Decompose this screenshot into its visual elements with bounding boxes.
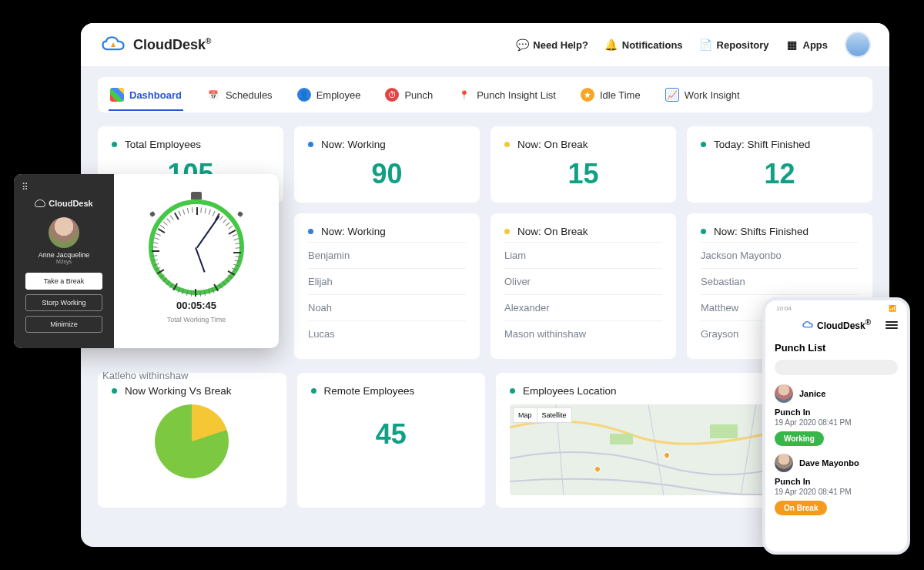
hamburger-menu-icon[interactable] [886, 321, 898, 329]
pie-chart [155, 404, 229, 478]
user-avatar[interactable] [845, 32, 871, 58]
nav-punch[interactable]: ⏱ Punch [383, 79, 434, 111]
dot-icon [701, 229, 706, 234]
nav-punch-label: Punch [404, 89, 433, 101]
phone-brand: CloudDesk® [802, 318, 871, 331]
map-title: Employees Location [523, 385, 617, 397]
widget-user-avatar [49, 217, 79, 248]
remote-title: Remote Employees [324, 385, 415, 397]
svg-rect-1 [710, 424, 738, 438]
svg-rect-0 [610, 434, 633, 444]
punch-entry[interactable]: Dave Mayonbo [775, 454, 898, 472]
phone-status-bar: 10:04 📶 [775, 300, 898, 312]
dashboard-icon [110, 88, 124, 102]
phone-search-input[interactable] [775, 360, 898, 375]
punch-label: Punch In [775, 477, 898, 486]
calendar-icon: 📅 [206, 88, 220, 102]
repository-link[interactable]: 📄 Repository [700, 39, 769, 51]
apps-link[interactable]: ▦ Apps [786, 39, 829, 51]
widget-user-name: Anne Jacqueline [38, 251, 90, 259]
phone-page-title: Punch List [775, 342, 898, 354]
punch-label: Punch In [775, 407, 898, 417]
bell-icon: 🔔 [605, 39, 618, 51]
dot-icon [701, 142, 706, 147]
punch-user-name: Dave Mayonbo [799, 458, 859, 468]
timer-value: 00:05:45 [176, 300, 216, 311]
nav-schedules[interactable]: 📅 Schedules [205, 79, 274, 111]
stat-now-on-break: Now: On Break 15 [490, 126, 676, 203]
signal-icon: 📶 [889, 305, 896, 312]
dot-icon [504, 229, 510, 234]
nav-work-insight[interactable]: 📈 Work Insight [664, 79, 742, 111]
need-help-label: Need Help? [533, 39, 588, 51]
list-item[interactable]: Jackson Mayonbo [701, 242, 859, 268]
list-item[interactable]: Liam [504, 242, 662, 268]
stat-value: 15 [504, 158, 662, 190]
stat-title: Now: On Break [517, 139, 588, 150]
widget-brand: CloudDesk [35, 199, 92, 208]
list-title: Now: On Break [517, 226, 588, 237]
remote-value: 45 [311, 418, 472, 451]
nav-work-insight-label: Work Insight [685, 89, 740, 101]
nav-idle-time[interactable]: ★ Idle Time [579, 79, 642, 111]
status-badge: On Break [775, 501, 827, 515]
punch-entry[interactable]: Janice [775, 384, 898, 403]
map-type-map[interactable]: Map [513, 407, 537, 423]
stat-value: 90 [308, 158, 466, 190]
user-avatar-icon [775, 454, 793, 472]
cloud-logo-icon [99, 34, 127, 55]
nav-dashboard[interactable]: Dashboard [109, 79, 183, 111]
dot-icon [308, 229, 313, 234]
status-badge: Working [775, 431, 824, 446]
phone-time: 10:04 [776, 305, 792, 312]
stat-title: Today: Shift Finished [714, 139, 810, 150]
widget-brand-label: CloudDesk [49, 199, 92, 208]
list-item[interactable]: Katleho withinshaw [102, 370, 188, 381]
list-on-break: Now: On Break Liam Oliver Alexander Maso… [490, 213, 676, 359]
pie-card: Now Working Vs Break [98, 373, 286, 508]
widget-sidebar: ⠿ CloudDesk Anne Jacqueline M2sys Take a… [14, 174, 114, 348]
punch-timestamp: 19 Apr 2020 08:41 PM [775, 488, 898, 496]
list-item[interactable]: Alexander [504, 294, 662, 320]
list-item[interactable]: Mason withinshaw [504, 320, 662, 347]
stat-title: Now: Working [321, 139, 386, 150]
list-item[interactable]: Benjamin [308, 242, 466, 268]
map-type-satellite[interactable]: Satellite [537, 407, 572, 423]
phone-header: CloudDesk® [775, 312, 898, 337]
list-title: Now: Shifts Finished [714, 226, 808, 237]
timer-label: Total Working Time [167, 316, 226, 324]
list-item[interactable]: Oliver [504, 268, 662, 294]
widget-menu-icon[interactable]: ⠿ [22, 182, 28, 193]
nav-idle-time-label: Idle Time [600, 89, 641, 101]
notifications-link[interactable]: 🔔 Notifications [605, 39, 683, 51]
nav-punch-insight[interactable]: 📍 Punch Insight List [456, 79, 557, 111]
star-icon: ★ [581, 88, 594, 102]
map-type-controls: Map Satellite [513, 407, 571, 423]
widget-user-org: M2sys [56, 259, 72, 264]
punch-timestamp: 19 Apr 2020 08:41 PM [775, 418, 898, 427]
apps-label: Apps [803, 39, 829, 51]
take-break-button[interactable]: Take a Break [25, 273, 102, 290]
stop-working-button[interactable]: Storp Working [25, 294, 102, 311]
nav-punch-insight-label: Punch Insight List [477, 89, 556, 101]
minimize-button[interactable]: Minimize [25, 316, 102, 333]
app-header: CloudDesk® 💬 Need Help? 🔔 Notifications … [81, 23, 889, 66]
nav-employee[interactable]: 👤 Employee [296, 79, 363, 111]
notifications-label: Notifications [622, 39, 683, 51]
punch-icon: ⏱ [385, 88, 399, 102]
nav-schedules-label: Schedules [226, 89, 273, 101]
pin-icon: 📍 [457, 88, 471, 102]
list-item[interactable]: Lucas [308, 320, 466, 347]
list-title: Now: Working [321, 226, 386, 237]
need-help-link[interactable]: 💬 Need Help? [516, 39, 588, 51]
timer-widget: ⠿ CloudDesk Anne Jacqueline M2sys Take a… [14, 174, 279, 348]
chart-icon: 📈 [665, 88, 679, 102]
dot-icon [112, 142, 117, 147]
widget-main: 00:05:45 Total Working Time [114, 174, 279, 348]
employee-icon: 👤 [297, 88, 311, 102]
list-item[interactable]: Elijah [308, 268, 466, 294]
main-nav: Dashboard 📅 Schedules 👤 Employee ⏱ Punch… [98, 77, 872, 112]
stat-title: Total Employees [125, 139, 201, 150]
list-item[interactable]: Sebastian [701, 268, 859, 294]
list-item[interactable]: Noah [308, 294, 466, 320]
